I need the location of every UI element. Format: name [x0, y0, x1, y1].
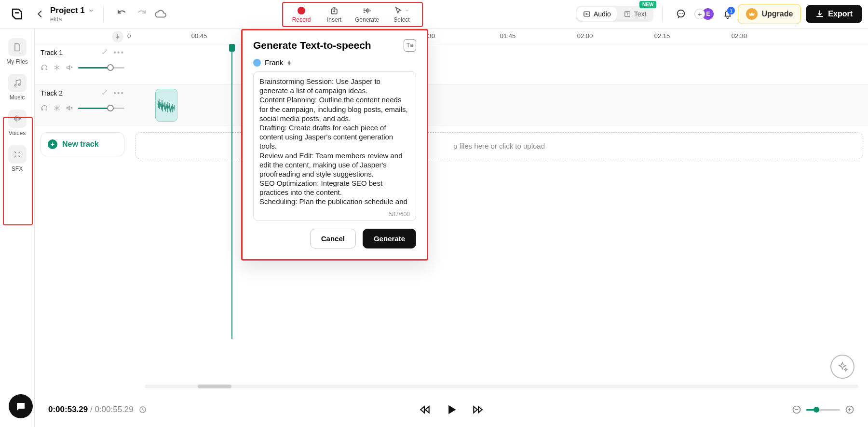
mode-toggle: Audio Text NEW [576, 6, 654, 22]
freeze-icon[interactable] [53, 104, 61, 112]
cursor-icon [394, 6, 409, 15]
svg-point-11 [18, 156, 20, 157]
ruler-mark: 00:45 [191, 32, 207, 40]
music-icon [8, 74, 27, 92]
record-tool[interactable]: Record [285, 4, 318, 25]
headphone-icon[interactable] [41, 104, 48, 112]
track-row-1[interactable]: Track 1 ••• [35, 44, 130, 85]
center-toolbar: Record Insert Generate Select [282, 2, 423, 27]
ruler-mark: 02:30 [732, 32, 747, 40]
back-button[interactable] [32, 6, 48, 22]
volume-slider[interactable] [78, 67, 124, 69]
cancel-button[interactable]: Cancel [310, 229, 356, 248]
redo-button[interactable] [135, 7, 148, 21]
app-logo[interactable] [9, 5, 26, 23]
file-icon [8, 38, 27, 56]
chat-icon [15, 400, 27, 412]
divider [662, 6, 663, 22]
svg-point-5 [681, 13, 682, 14]
sidebar-item-myfiles[interactable]: My Files [5, 38, 30, 65]
track-panel: Track 1 ••• Track 2 ••• + [35, 28, 130, 163]
rewind-button[interactable] [419, 403, 431, 416]
headphone-icon[interactable] [41, 64, 48, 71]
select-tool[interactable]: Select [383, 4, 420, 25]
ruler-mark: 01:45 [500, 32, 516, 40]
play-button[interactable] [445, 403, 458, 416]
mute-icon[interactable] [66, 64, 73, 71]
more-icon[interactable]: ••• [113, 48, 124, 57]
svg-point-4 [679, 13, 680, 14]
plus-icon: + [48, 139, 57, 149]
project-title: Project 1 [50, 6, 85, 15]
magic-icon[interactable] [101, 89, 108, 97]
zoom-slider[interactable] [806, 409, 840, 411]
mute-icon[interactable] [66, 104, 73, 112]
notification-count: 1 [727, 7, 735, 14]
playhead[interactable] [231, 44, 232, 339]
more-icon[interactable]: ••• [113, 89, 124, 97]
insert-tool[interactable]: Insert [318, 4, 351, 25]
audio-clip[interactable] [155, 89, 177, 122]
text-icon [624, 10, 631, 18]
ruler-mark: 02:15 [654, 32, 670, 40]
project-selector[interactable]: Project 1 ekta [50, 6, 95, 23]
updown-icon: ▲▼ [287, 60, 291, 66]
clock-icon[interactable] [138, 405, 147, 414]
svg-point-6 [682, 13, 683, 14]
time-display: 0:00:53.29 / 0:00:55.29 [48, 405, 134, 414]
freeze-icon[interactable] [53, 64, 61, 71]
chat-fab[interactable] [9, 394, 33, 418]
forward-button[interactable] [472, 403, 484, 416]
divider [103, 6, 104, 22]
crown-icon [746, 8, 758, 20]
voice-icon [8, 110, 27, 128]
h-scrollbar[interactable] [145, 385, 858, 388]
voice-name: Frank [265, 58, 283, 67]
tts-type-icon[interactable]: T≡ [404, 39, 416, 52]
notifications-button[interactable]: 1 [722, 9, 733, 19]
comments-button[interactable] [674, 7, 688, 21]
insert-icon [329, 6, 339, 15]
volume-slider[interactable] [78, 108, 124, 109]
invite-button[interactable]: + E [694, 8, 714, 20]
upgrade-button[interactable]: Upgrade [738, 4, 801, 24]
project-owner: ekta [50, 15, 95, 23]
waveform-icon [583, 10, 591, 18]
sidebar-item-voices[interactable]: Voices [5, 110, 30, 137]
voice-avatar [253, 59, 261, 67]
tts-modal: Generate Text-to-speech T≡ Frank ▲▼ 587/… [241, 29, 428, 261]
transport-bar: 0:00:53.29 / 0:00:55.29 [35, 392, 868, 427]
modal-title: Generate Text-to-speech [253, 40, 371, 51]
sparkle-icon [837, 361, 848, 372]
tts-textarea-wrap: 587/600 [253, 71, 416, 221]
magic-icon[interactable] [101, 48, 108, 57]
svg-point-10 [14, 152, 15, 153]
ruler-zero: 0 [127, 32, 131, 40]
undo-button[interactable] [115, 7, 129, 21]
generate-button[interactable]: Generate [363, 229, 416, 248]
export-button[interactable]: Export [806, 5, 862, 23]
text-mode-pill[interactable]: Text [618, 7, 652, 21]
pin-icon[interactable] [112, 31, 123, 42]
sidebar-item-music[interactable]: Music [5, 74, 30, 101]
svg-point-8 [14, 84, 16, 86]
header: Project 1 ekta Audio Text NEW + E 1 Upgr… [0, 0, 868, 28]
cloud-sync-icon[interactable] [154, 7, 167, 21]
zoom-in-button[interactable] [845, 405, 854, 414]
new-track-button[interactable]: + New track [41, 132, 124, 156]
voice-selector[interactable]: Frank ▲▼ [253, 58, 416, 67]
ai-fab[interactable] [830, 355, 854, 379]
tts-textarea[interactable] [259, 77, 410, 207]
generate-tool[interactable]: Generate [351, 4, 383, 25]
sidebar-item-sfx[interactable]: SFX [5, 145, 30, 172]
track-row-2[interactable]: Track 2 ••• [35, 85, 130, 125]
zoom-out-button[interactable] [792, 405, 801, 414]
waveform-icon [157, 93, 176, 117]
new-badge: NEW [639, 1, 656, 8]
svg-point-9 [18, 84, 20, 85]
char-count: 587/600 [389, 211, 410, 218]
svg-rect-0 [15, 12, 19, 14]
audio-mode-pill[interactable]: Audio [577, 7, 617, 21]
generate-icon [362, 6, 372, 15]
chevron-down-icon [88, 7, 95, 14]
